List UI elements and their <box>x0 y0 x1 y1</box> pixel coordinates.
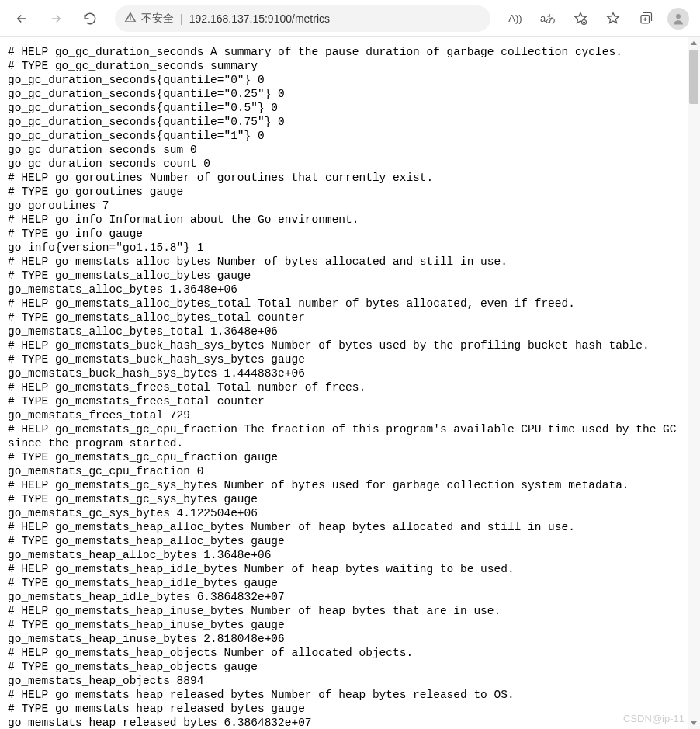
vertical-scrollbar[interactable] <box>688 37 700 729</box>
address-bar[interactable]: 不安全 | 192.168.137.15:9100/metrics <box>115 5 490 32</box>
security-label: 不安全 <box>141 12 174 26</box>
toolbar-right: A)) aあ <box>500 3 694 34</box>
metrics-content: # HELP go_gc_duration_seconds A summary … <box>0 37 688 729</box>
security-warning: 不安全 <box>124 11 174 26</box>
translate-icon[interactable]: aあ <box>532 3 563 34</box>
collections-icon[interactable] <box>630 3 661 34</box>
favorites-icon[interactable] <box>598 3 629 34</box>
url-text: 192.168.137.15:9100/metrics <box>189 12 330 25</box>
forward-button[interactable] <box>40 3 71 34</box>
profile-avatar[interactable] <box>667 8 689 30</box>
scroll-up-arrow[interactable] <box>688 37 700 50</box>
browser-toolbar: 不安全 | 192.168.137.15:9100/metrics A)) aあ <box>0 0 700 37</box>
scroll-down-arrow[interactable] <box>688 717 700 729</box>
back-button[interactable] <box>6 3 37 34</box>
refresh-button[interactable] <box>75 3 106 34</box>
read-aloud-icon[interactable]: A)) <box>500 3 531 34</box>
address-divider: | <box>180 12 183 25</box>
scroll-thumb[interactable] <box>689 50 698 104</box>
svg-point-2 <box>676 14 681 19</box>
warning-icon <box>124 11 137 26</box>
watermark: CSDN@ip-11 <box>623 713 684 724</box>
favorite-add-icon[interactable] <box>565 3 596 34</box>
